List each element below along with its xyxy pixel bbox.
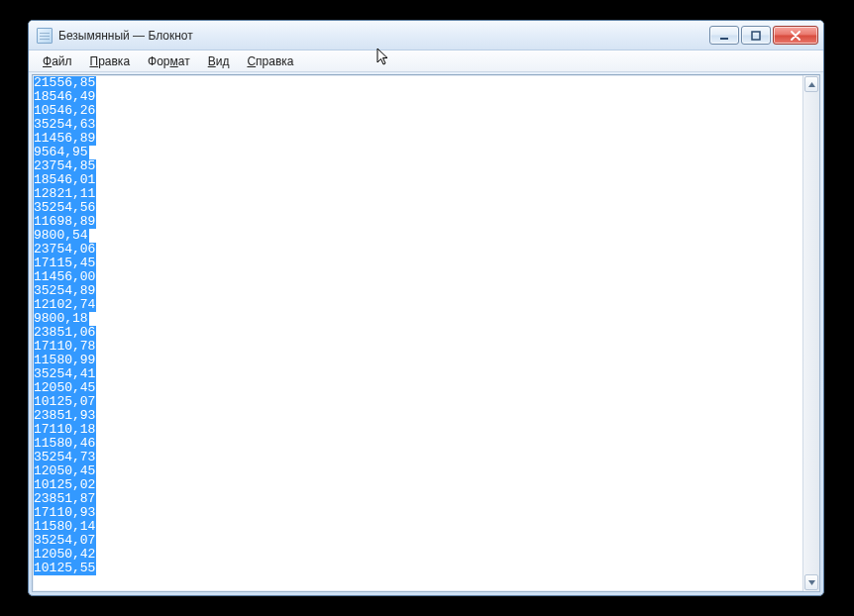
text-line: 10546,26: [34, 104, 802, 118]
maximize-button[interactable]: [741, 26, 771, 45]
vertical-scrollbar[interactable]: [802, 75, 819, 591]
text-line: 17110,93: [34, 506, 802, 520]
menu-view[interactable]: Вид: [200, 52, 238, 70]
text-area[interactable]: 21556,8518546,4910546,2635254,6311456,89…: [33, 75, 802, 591]
text-line: 11580,99: [34, 354, 802, 367]
text-line: 12821,11: [34, 187, 802, 201]
scroll-down-arrow-icon[interactable]: [804, 574, 818, 590]
text-line: 11580,14: [34, 520, 802, 534]
text-line: 9800,18: [34, 312, 802, 326]
text-line: 10125,02: [34, 478, 802, 492]
text-line: 18546,01: [34, 173, 802, 187]
window-title: Безымянный — Блокнот: [58, 29, 193, 43]
text-line: 11456,00: [34, 270, 802, 284]
notepad-window: Безымянный — Блокнот Файл Правка: [28, 20, 824, 596]
text-line: 35254,73: [34, 451, 802, 464]
text-line: 35254,63: [34, 118, 802, 132]
text-line: 11698,89: [34, 215, 802, 229]
text-line: 17110,78: [34, 340, 802, 354]
text-line: 9564,95: [34, 146, 802, 159]
text-line: 17110,18: [34, 423, 802, 437]
text-line: 12102,74: [34, 298, 802, 312]
text-line: 18546,49: [34, 90, 802, 104]
text-line: 12050,42: [34, 548, 802, 562]
text-line: 23851,87: [34, 492, 802, 506]
svg-rect-0: [720, 38, 728, 40]
text-line: 35254,41: [34, 367, 802, 381]
text-line: 23754,06: [34, 243, 802, 257]
menubar: Файл Правка Формат Вид Справка: [29, 51, 823, 72]
svg-rect-1: [752, 32, 760, 40]
text-line: 12050,45: [34, 464, 802, 478]
text-line: 17115,45: [34, 257, 802, 270]
scroll-up-arrow-icon[interactable]: [804, 76, 818, 92]
minimize-button[interactable]: [709, 26, 739, 45]
window-controls: [709, 26, 819, 45]
text-line: 10125,07: [34, 395, 802, 409]
text-line: 21556,85: [34, 76, 802, 90]
text-line: 35254,89: [34, 284, 802, 298]
menu-edit[interactable]: Правка: [82, 52, 139, 70]
client-area: 21556,8518546,4910546,2635254,6311456,89…: [32, 74, 820, 592]
menu-file[interactable]: Файл: [35, 52, 80, 70]
menu-format[interactable]: Формат: [140, 52, 198, 70]
text-line: 23851,93: [34, 409, 802, 423]
text-line: 10125,55: [34, 562, 802, 575]
text-line: 23754,85: [34, 159, 802, 173]
text-line: 35254,56: [34, 201, 802, 215]
titlebar[interactable]: Безымянный — Блокнот: [29, 21, 823, 51]
text-line: 12050,45: [34, 381, 802, 395]
close-button[interactable]: [773, 26, 818, 45]
menu-help[interactable]: Справка: [239, 52, 301, 70]
notepad-app-icon: [37, 28, 53, 44]
text-line: 9800,54: [34, 229, 802, 243]
text-line: 11580,46: [34, 437, 802, 451]
text-line: 23851,06: [34, 326, 802, 340]
text-line: 35254,07: [34, 534, 802, 548]
text-line: 11456,89: [34, 132, 802, 146]
